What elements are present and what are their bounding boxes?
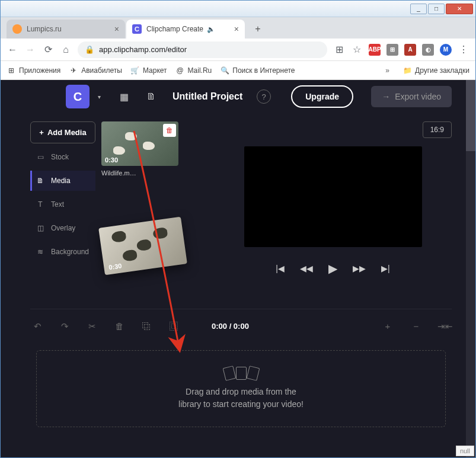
stock-icon: ▭ [36, 153, 45, 161]
clip-duration: 0:30 [108, 262, 122, 271]
scrollbar-thumb[interactable] [466, 80, 475, 151]
copy-button[interactable]: ⿻ [139, 321, 154, 331]
bookmarks-bar: ⊞Приложения ✈Авиабилеты 🛒Маркет @Mail.Ru… [1, 61, 475, 80]
browser-tab-clipchamp[interactable]: C Clipchamp Create 🔈 × [126, 20, 245, 39]
project-title[interactable]: Untitled Project [172, 91, 242, 102]
dragging-clip[interactable]: 0:30 [98, 217, 187, 276]
extension-abp-icon[interactable]: ABP [369, 44, 381, 56]
bookmark-star-icon[interactable]: ☆ [351, 44, 363, 56]
undo-button[interactable]: ↶ [30, 321, 44, 332]
close-tab-icon[interactable]: × [114, 24, 119, 34]
clipchamp-app: C ▾ ▦ 🗎 Untitled Project ? Upgrade → Exp… [1, 80, 475, 457]
sidebar-item-overlay[interactable]: ◫Overlay [30, 218, 95, 238]
browser-menu-button[interactable]: ⋮ [458, 44, 469, 56]
window-maximize-button[interactable]: □ [428, 4, 445, 14]
other-bookmarks[interactable]: 📁Другие закладки [402, 66, 469, 75]
app-logo[interactable]: C [66, 85, 90, 108]
bookmark-apps[interactable]: ⊞Приложения [7, 66, 60, 75]
back-button[interactable]: ← [7, 44, 18, 56]
background-icon: ≋ [36, 248, 45, 256]
overlay-icon: ◫ [36, 224, 45, 232]
media-thumbnail[interactable]: 🗑 0:30 [101, 121, 178, 166]
bookmark-market[interactable]: 🛒Маркет [130, 66, 167, 75]
redo-button[interactable]: ↷ [57, 321, 72, 332]
sidebar-item-media[interactable]: 🗎Media [30, 171, 95, 191]
new-tab-button[interactable]: + [250, 21, 266, 37]
timeline-time: 0:00 / 0:00 [212, 322, 249, 331]
profile-avatar-icon[interactable]: M [440, 44, 452, 56]
dropzone-text: library to start creating your video! [178, 398, 304, 411]
clip-duration: 0:30 [105, 156, 118, 164]
extension-icon[interactable]: ◐ [422, 44, 434, 56]
reload-button[interactable]: ⟳ [42, 44, 54, 56]
tab-title: Lumpics.ru [27, 25, 62, 33]
timeline-dropzone[interactable]: Drag and drop media from the library to … [36, 350, 446, 427]
document-icon[interactable]: 🗎 [142, 87, 161, 106]
preview-panel: 16:9 |◀ ◀◀ ▶ ▶▶ ▶| [214, 121, 452, 291]
skip-end-button[interactable]: ▶| [381, 264, 390, 273]
sidebar-item-text[interactable]: TText [30, 194, 95, 214]
sidebar: +Add Media ▭Stock 🗎Media TText ◫Overlay … [30, 121, 95, 291]
close-tab-icon[interactable]: × [234, 24, 239, 34]
sidebar-item-background[interactable]: ≋Background [30, 242, 95, 262]
duplicate-button[interactable]: ⿴ [167, 321, 181, 331]
export-video-button[interactable]: → Export video [371, 86, 452, 107]
lock-icon: 🔒 [85, 45, 94, 54]
media-icon: 🗎 [36, 177, 45, 185]
extension-icon[interactable]: ⊞ [386, 44, 398, 56]
folder-icon: 📁 [402, 66, 412, 75]
translate-icon[interactable]: ⊞ [333, 44, 345, 56]
bookmark-flights[interactable]: ✈Авиабилеты [69, 66, 122, 75]
address-bar: ← → ⟳ ⌂ 🔒 app.clipchamp.com/editor ⊞ ☆ A… [1, 39, 475, 61]
media-library: 🗑 0:30 Wildlife.m… 0:30 [101, 121, 208, 291]
tab-title: Clipchamp Create [146, 25, 203, 33]
zoom-fit-button[interactable]: ⇥⇤ [437, 321, 452, 332]
window-close-button[interactable]: ✕ [446, 4, 473, 14]
upgrade-button[interactable]: Upgrade [291, 85, 353, 108]
bookmark-mailru[interactable]: @Mail.Ru [175, 66, 212, 75]
zoom-in-button[interactable]: + [381, 321, 395, 332]
url-text: app.clipchamp.com/editor [99, 45, 187, 54]
media-filename: Wildlife.m… [101, 169, 208, 177]
tab-audio-icon[interactable]: 🔈 [207, 25, 215, 33]
home-button[interactable]: ⌂ [60, 44, 72, 56]
search-icon: 🔍 [220, 66, 229, 75]
extension-adobe-icon[interactable]: A [404, 44, 416, 56]
add-media-button[interactable]: +Add Media [30, 121, 95, 143]
browser-tab-lumpics[interactable]: Lumpics.ru × [7, 20, 125, 39]
text-icon: T [36, 200, 45, 209]
rewind-button[interactable]: ◀◀ [300, 264, 313, 273]
mail-icon: @ [175, 66, 185, 75]
zoom-out-button[interactable]: − [409, 321, 423, 332]
delete-media-button[interactable]: 🗑 [163, 124, 176, 137]
play-button[interactable]: ▶ [328, 261, 337, 276]
help-icon[interactable]: ? [257, 89, 271, 104]
timeline-toolbar: ↶ ↷ ✂ 🗑 ⿻ ⿴ 0:00 / 0:00 + − ⇥⇤ [30, 309, 452, 337]
aspect-ratio-button[interactable]: 16:9 [423, 121, 452, 138]
video-preview[interactable] [244, 146, 422, 247]
split-button[interactable]: ✂ [85, 321, 99, 332]
chevron-down-icon[interactable]: ▾ [98, 94, 106, 100]
playback-controls: |◀ ◀◀ ▶ ▶▶ ▶| [276, 261, 389, 276]
favicon-icon: C [132, 24, 142, 34]
bookmarks-overflow[interactable]: » [385, 66, 389, 75]
plane-icon: ✈ [69, 66, 78, 75]
url-input[interactable]: 🔒 app.clipchamp.com/editor [78, 41, 327, 58]
browser-tabstrip: Lumpics.ru × C Clipchamp Create 🔈 × + [1, 17, 475, 39]
plus-icon: + [39, 128, 44, 137]
app-scrollbar[interactable] [466, 80, 475, 457]
arrow-right-icon: → [382, 92, 390, 101]
window-minimize-button[interactable]: _ [410, 4, 427, 14]
dropzone-text: Drag and drop media from the [178, 386, 304, 398]
cart-icon: 🛒 [130, 66, 140, 75]
media-cards-icon [224, 367, 258, 380]
forward-button[interactable]: → [24, 44, 36, 56]
skip-start-button[interactable]: |◀ [276, 264, 285, 273]
delete-button[interactable]: 🗑 [112, 321, 126, 331]
video-layout-icon[interactable]: ▦ [114, 87, 133, 106]
app-header: C ▾ ▦ 🗎 Untitled Project ? Upgrade → Exp… [1, 80, 475, 113]
null-badge: null [456, 446, 474, 456]
fast-forward-button[interactable]: ▶▶ [353, 264, 366, 273]
bookmark-search[interactable]: 🔍Поиск в Интернете [220, 66, 295, 75]
sidebar-item-stock[interactable]: ▭Stock [30, 147, 95, 167]
